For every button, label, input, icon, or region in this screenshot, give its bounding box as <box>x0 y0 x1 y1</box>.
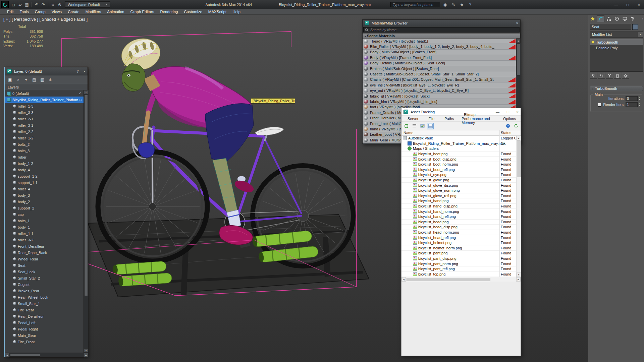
panel-overflow-icon[interactable]: » <box>642 17 643 20</box>
asset-row[interactable]: Maps / Shaders <box>401 146 516 152</box>
material-search-input[interactable] <box>370 28 518 32</box>
layer-row[interactable]: roller_1-2 <box>5 135 84 141</box>
asset-row[interactable]: bicyclist_hand_refl.png Found <box>401 214 516 220</box>
favorites-star-icon[interactable]: ★ <box>459 2 465 8</box>
layer-row[interactable]: Small_Star_2 <box>5 275 84 281</box>
show-end-result-button[interactable] <box>598 73 605 79</box>
layer-toolbar-button[interactable]: ❄ <box>47 77 53 83</box>
layer-row[interactable]: Cogset <box>5 281 84 288</box>
material-row[interactable]: Body_Details ( Multi/Sub-Object ) [Seat_… <box>363 61 516 66</box>
layer-toolbar-button[interactable]: + <box>23 77 29 83</box>
material-row[interactable]: fabric_gl ( VRayMtl ) [bicyclist_Sock] <box>363 94 516 99</box>
tab-modify[interactable] <box>597 15 604 22</box>
scrollbar-thumb[interactable] <box>517 140 521 177</box>
asset-row[interactable]: bicyclist_helmet_norm.png Found <box>401 245 516 251</box>
list-view-icon[interactable] <box>411 123 418 129</box>
layer-row[interactable]: roller_4 <box>5 186 84 192</box>
tab-display[interactable] <box>621 15 629 22</box>
asset-menu-item[interactable]: Paths <box>440 117 459 121</box>
bind-spacewarp-icon[interactable]: ⊗ <box>57 2 63 8</box>
asset-row[interactable]: Autodesk Vault Logged O <box>401 136 516 141</box>
bitmap-icon[interactable] <box>419 123 426 129</box>
asset-table-vscrollbar[interactable]: ▲ ▼ <box>516 136 521 277</box>
pin-stack-button[interactable] <box>590 73 597 79</box>
undo-icon[interactable]: ↶ <box>34 2 40 8</box>
material-row[interactable]: Chains ( VRayMtl ) [Chain001, Cogset, Ma… <box>363 77 516 82</box>
layer-row[interactable]: Seat <box>5 262 84 268</box>
layer-row[interactable]: bolts_2 <box>5 141 84 147</box>
layer-toolbar-button[interactable]: × <box>15 77 21 83</box>
asset-menu-item[interactable]: Bitmap Performance and Memory <box>459 113 498 125</box>
scrollbar-thumb[interactable] <box>517 43 520 75</box>
asset-row[interactable]: bicyclist_eye.png Found <box>401 172 516 178</box>
help-icon[interactable]: ? <box>504 123 511 129</box>
modifier-stack-item[interactable]: TurboSmooth <box>590 39 643 45</box>
layer-row[interactable]: Wheel_Rear <box>5 256 84 262</box>
layer-row[interactable]: body_3 <box>5 192 84 198</box>
modifier-enable-bulb-icon[interactable] <box>591 41 594 44</box>
menu-item[interactable]: Customize <box>181 9 205 14</box>
layer-row[interactable]: Tire_Rear <box>5 307 84 313</box>
layer-row[interactable]: body_2 <box>5 198 84 205</box>
scroll-up-icon[interactable]: ▲ <box>84 90 88 95</box>
menu-item[interactable]: Views <box>49 9 65 14</box>
redo-icon[interactable]: ↷ <box>40 2 46 8</box>
close-button[interactable]: × <box>517 110 519 114</box>
make-unique-button[interactable] <box>606 73 613 79</box>
layer-list-vscrollbar[interactable]: ▲ ▼ <box>84 90 88 353</box>
material-row[interactable]: eye_ins ( VRayMtl ) [bicyclist_Eye_L, bi… <box>363 82 516 88</box>
remove-modifier-button[interactable] <box>614 73 621 79</box>
menu-item[interactable]: MAXScript <box>205 9 229 14</box>
maximize-button[interactable]: □ <box>625 3 631 7</box>
new-scene-icon[interactable]: ◻ <box>10 2 16 8</box>
saddle[interactable] <box>255 127 284 135</box>
layer-toolbar-button[interactable]: ▤ <box>31 77 37 83</box>
maximize-button[interactable]: □ <box>507 110 509 114</box>
material-row[interactable]: Body ( Multi/Sub-Object ) [Brakes_Front] <box>363 50 516 55</box>
tab-hierarchy[interactable] <box>605 15 612 22</box>
layers-column-header[interactable]: Layers <box>5 84 88 90</box>
asset-row[interactable]: bicyclist_top.png Found <box>401 272 516 277</box>
close-button[interactable]: × <box>636 3 642 7</box>
layer-row[interactable]: roller_1-3 <box>5 103 84 109</box>
asset-row[interactable]: bicyclist_pant.png Found <box>401 251 516 256</box>
asset-table-hscrollbar[interactable]: ◀ ▶ <box>401 277 521 282</box>
asset-row[interactable]: bicyclist_head.png Found <box>401 220 516 225</box>
asset-row[interactable]: bicyclist_boot_refl.png Found <box>401 167 516 173</box>
asset-row[interactable]: bicyclist_hand.png Found <box>401 198 516 204</box>
asset-row[interactable]: bicyclist_hand_norm.png Found <box>401 209 516 214</box>
scrollbar-thumb[interactable] <box>10 354 40 357</box>
scroll-left-icon[interactable]: ◀ <box>5 353 9 357</box>
layer-toolbar-button[interactable]: ▣ <box>7 77 13 83</box>
layer-row[interactable]: bolts_3 <box>5 147 84 154</box>
iterations-spinner[interactable]: ▲▼ <box>639 97 640 101</box>
select-link-icon[interactable]: ∞ <box>50 2 56 8</box>
scroll-left-icon[interactable]: ◀ <box>401 277 406 282</box>
vault-connect-icon[interactable] <box>403 123 410 129</box>
tab-motion[interactable] <box>613 15 621 22</box>
configure-modifier-sets-button[interactable] <box>622 73 629 79</box>
title-bar[interactable]: ◻ ▱ ▦ ↶ ↷ ∞ ⊗ Workspace: Default ▼ Autod… <box>0 0 644 9</box>
name-column-header[interactable]: Name <box>404 131 413 135</box>
asset-menu-item[interactable]: File <box>424 117 439 121</box>
layer-row[interactable]: roller_3-1 <box>5 122 84 128</box>
layer-row[interactable]: Pedal_Left <box>5 319 84 326</box>
layer-row[interactable]: Small_Star_1 <box>5 300 84 307</box>
layer-row[interactable]: roller_1-1 <box>5 230 84 237</box>
render-iters-spinner[interactable]: ▲▼ <box>639 103 640 107</box>
layer-row[interactable]: Main_Gear <box>5 332 84 339</box>
table-view-icon[interactable] <box>427 123 434 129</box>
refresh-icon[interactable] <box>513 123 519 129</box>
layer-row[interactable]: roller_2-1 <box>5 116 84 122</box>
asset-row[interactable]: bicyclist_boot_disp.png Found <box>401 157 516 162</box>
layer-row[interactable]: Front_Derailleur <box>5 243 84 249</box>
asset-row[interactable]: bicyclist_boot.png Found <box>401 152 516 157</box>
scrollbar-thumb[interactable] <box>407 278 490 281</box>
help-icon[interactable]: ? <box>467 2 473 8</box>
open-file-icon[interactable]: ▱ <box>17 2 23 8</box>
scene-materials-section-header[interactable]: - Scene Materials <box>363 33 520 39</box>
menu-item[interactable]: Create <box>65 9 83 14</box>
material-row[interactable]: Casette ( Multi/Sub-Object ) [Cogset, Sm… <box>363 71 516 77</box>
close-button[interactable]: × <box>516 21 518 25</box>
scroll-up-icon[interactable]: ▲ <box>516 39 521 43</box>
